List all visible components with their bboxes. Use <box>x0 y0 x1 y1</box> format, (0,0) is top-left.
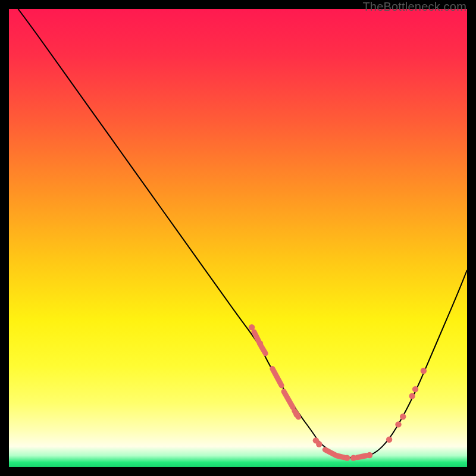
marker-hatch <box>357 456 366 458</box>
marker-dot <box>386 437 392 443</box>
marker-dot <box>293 411 299 417</box>
marker-dot <box>316 441 322 447</box>
marker-dot <box>344 455 350 461</box>
marker-hatch <box>337 456 345 458</box>
marker-dot <box>350 455 356 461</box>
plot-background <box>9 9 467 467</box>
chart-container: TheBottleneck.com <box>0 0 476 476</box>
marker-dot <box>257 340 263 346</box>
watermark-label: TheBottleneck.com <box>362 0 466 14</box>
marker-dot <box>400 414 406 419</box>
marker-dot <box>421 368 427 374</box>
marker-dot <box>395 421 401 427</box>
marker-dot <box>409 393 415 399</box>
marker-dot <box>367 452 372 458</box>
marker-dot <box>412 386 418 392</box>
chart-canvas <box>9 9 467 467</box>
marker-dot <box>249 324 255 330</box>
